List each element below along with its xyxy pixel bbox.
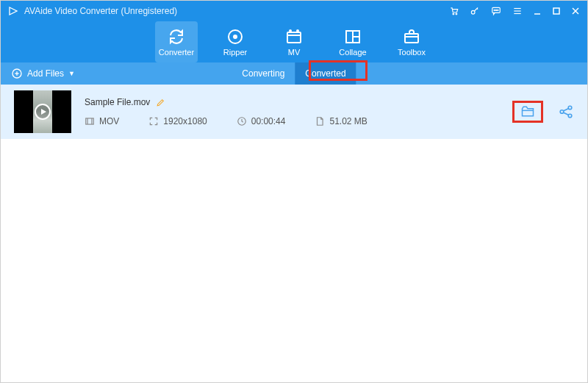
- open-folder-button[interactable]: [512, 101, 543, 123]
- svg-point-3: [471, 10, 475, 14]
- tab-converted[interactable]: Converted: [295, 62, 356, 85]
- file-resolution: 1920x1080: [163, 116, 207, 126]
- tab-converting-label: Converting: [242, 68, 284, 79]
- format-icon: [85, 116, 95, 126]
- file-icon: [315, 116, 325, 126]
- svg-rect-17: [287, 32, 301, 43]
- chevron-down-icon: ▼: [68, 70, 75, 77]
- tab-label: Collage: [339, 48, 366, 57]
- svg-point-1: [453, 13, 454, 15]
- file-duration: 00:00:44: [251, 116, 286, 126]
- svg-point-2: [456, 13, 457, 15]
- edit-name-icon[interactable]: [156, 98, 165, 107]
- mv-icon: [285, 28, 303, 46]
- meta-duration: 00:00:44: [237, 116, 286, 126]
- file-meta: Sample File.mov MOV 1920x1080 00:00:44 5…: [85, 97, 499, 126]
- file-size: 51.02 MB: [329, 116, 367, 126]
- key-icon[interactable]: [470, 6, 480, 16]
- svg-point-6: [495, 10, 496, 10]
- tab-converter[interactable]: Converter: [155, 21, 198, 62]
- folder-icon: [519, 104, 537, 119]
- tab-label: MV: [288, 48, 301, 57]
- svg-point-7: [498, 10, 498, 10]
- svg-point-19: [297, 30, 298, 32]
- window-controls: [449, 6, 580, 16]
- tab-toolbox[interactable]: Toolbox: [390, 21, 433, 62]
- resolution-icon: [148, 116, 159, 126]
- app-logo-icon: [8, 6, 18, 16]
- svg-point-16: [234, 35, 237, 38]
- svg-marker-0: [10, 7, 17, 15]
- svg-line-35: [563, 108, 568, 111]
- tab-label: Converter: [159, 48, 194, 57]
- share-button[interactable]: [558, 104, 574, 120]
- meta-resolution: 1920x1080: [148, 116, 207, 126]
- svg-rect-12: [553, 8, 559, 14]
- clock-icon: [237, 116, 247, 126]
- toolbox-icon: [403, 28, 420, 46]
- file-name: Sample File.mov: [85, 97, 150, 107]
- tab-converted-label: Converted: [305, 68, 345, 79]
- svg-point-18: [290, 30, 291, 32]
- tab-mv[interactable]: MV: [273, 21, 315, 62]
- svg-line-36: [563, 112, 568, 115]
- file-name-row: Sample File.mov: [85, 97, 499, 107]
- menu-icon[interactable]: [512, 6, 523, 16]
- file-format: MOV: [99, 116, 119, 126]
- play-icon: [35, 104, 51, 120]
- add-files-label: Add Files: [27, 68, 64, 79]
- tab-collage[interactable]: Collage: [331, 21, 374, 62]
- plus-circle-icon: [11, 68, 23, 79]
- meta-size: 51.02 MB: [315, 116, 367, 126]
- file-details-row: MOV 1920x1080 00:00:44 51.02 MB: [85, 116, 499, 126]
- share-icon: [558, 104, 574, 120]
- svg-point-5: [494, 10, 495, 10]
- converter-icon: [168, 28, 185, 46]
- file-row: Sample File.mov MOV 1920x1080 00:00:44 5…: [1, 85, 587, 139]
- tab-converting[interactable]: Converting: [232, 62, 295, 85]
- row-actions: [512, 101, 574, 123]
- app-title: AVAide Video Converter (Unregistered): [24, 6, 449, 16]
- main-toolbar: Converter Ripper MV Collage Toolbox: [1, 21, 587, 62]
- titlebar: AVAide Video Converter (Unregistered): [1, 1, 587, 21]
- status-tabs: Converting Converted: [232, 62, 356, 85]
- meta-format: MOV: [85, 116, 119, 126]
- cart-icon[interactable]: [449, 6, 459, 16]
- maximize-icon[interactable]: [552, 7, 561, 15]
- close-icon[interactable]: [571, 7, 580, 15]
- collage-icon: [344, 28, 362, 46]
- minimize-icon[interactable]: [533, 7, 542, 15]
- add-files-button[interactable]: Add Files ▼: [1, 68, 75, 79]
- ripper-icon: [226, 28, 244, 46]
- subbar: Add Files ▼ Converting Converted: [1, 62, 587, 85]
- svg-rect-23: [405, 34, 418, 43]
- tab-label: Ripper: [223, 48, 247, 57]
- tab-label: Toolbox: [398, 48, 426, 57]
- video-thumbnail[interactable]: [14, 90, 71, 133]
- tab-ripper[interactable]: Ripper: [214, 21, 257, 62]
- feedback-icon[interactable]: [490, 6, 502, 16]
- svg-rect-27: [86, 118, 94, 124]
